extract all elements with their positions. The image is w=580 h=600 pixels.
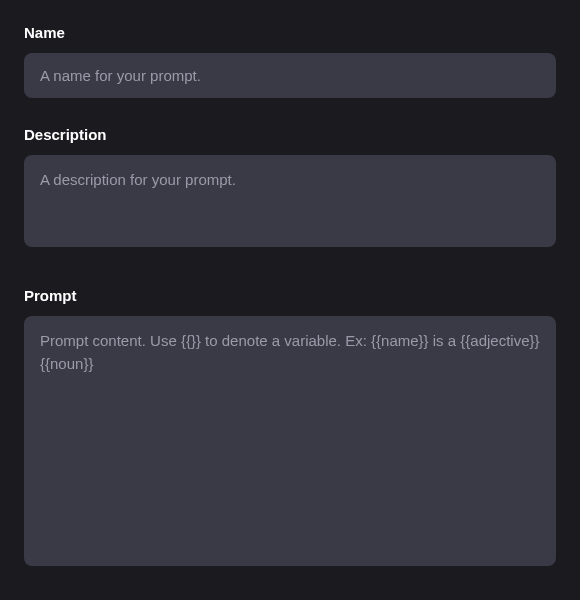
name-field-group: Name [24, 24, 556, 98]
name-label: Name [24, 24, 556, 41]
prompt-field-group: Prompt [24, 287, 556, 570]
description-input[interactable] [24, 155, 556, 247]
name-input[interactable] [24, 53, 556, 98]
prompt-input[interactable] [24, 316, 556, 566]
description-label: Description [24, 126, 556, 143]
prompt-label: Prompt [24, 287, 556, 304]
description-field-group: Description [24, 126, 556, 251]
